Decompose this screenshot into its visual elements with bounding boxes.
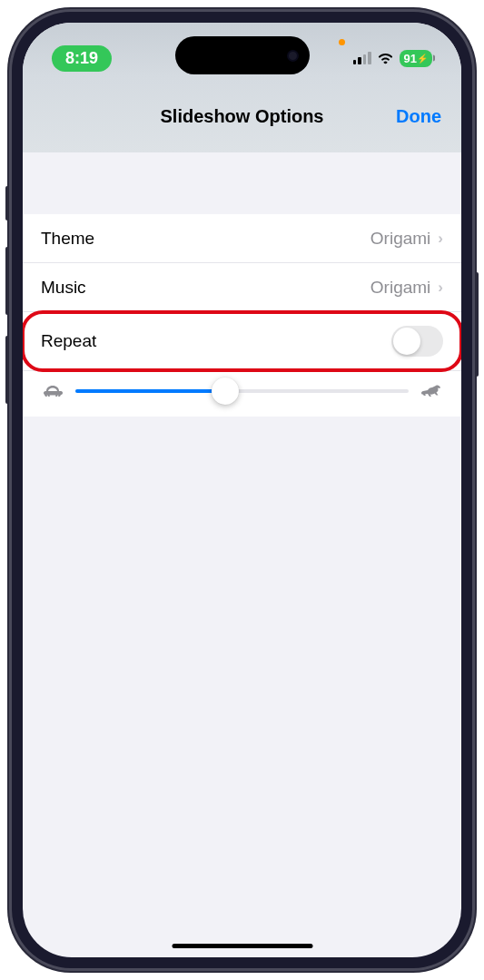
repeat-label: Repeat bbox=[41, 331, 96, 351]
repeat-toggle[interactable] bbox=[391, 326, 443, 357]
toggle-knob bbox=[393, 328, 420, 355]
dynamic-island bbox=[175, 36, 310, 74]
theme-row[interactable]: Theme Origami › bbox=[23, 214, 461, 263]
theme-value-group: Origami › bbox=[370, 229, 443, 249]
chevron-right-icon: › bbox=[438, 279, 443, 297]
done-button[interactable]: Done bbox=[396, 106, 441, 127]
slider-fill bbox=[75, 389, 225, 393]
chevron-right-icon: › bbox=[438, 230, 443, 248]
charging-icon: ⚡ bbox=[417, 54, 428, 64]
iphone-frame: 8:19 91⚡ Slideshow Options Done bbox=[9, 9, 475, 971]
theme-label: Theme bbox=[41, 229, 94, 249]
front-camera bbox=[287, 50, 299, 62]
slider-thumb[interactable] bbox=[212, 377, 239, 405]
settings-list: Theme Origami › Music Origami › Re bbox=[23, 214, 461, 416]
volume-down-button bbox=[5, 336, 9, 404]
mic-indicator bbox=[339, 39, 345, 45]
page-title: Slideshow Options bbox=[160, 106, 323, 127]
status-indicators: 91⚡ bbox=[353, 50, 432, 67]
battery-indicator: 91⚡ bbox=[400, 50, 432, 67]
music-value-group: Origami › bbox=[370, 278, 443, 298]
content-area: Theme Origami › Music Origami › Re bbox=[23, 152, 461, 416]
navigation-header: Slideshow Options Done bbox=[23, 77, 461, 152]
theme-value: Origami bbox=[370, 229, 431, 249]
wifi-icon bbox=[377, 52, 394, 64]
power-button bbox=[475, 272, 479, 377]
music-row[interactable]: Music Origami › bbox=[23, 263, 461, 312]
speed-slider[interactable] bbox=[75, 389, 409, 393]
time-pill[interactable]: 8:19 bbox=[52, 45, 112, 72]
music-label: Music bbox=[41, 278, 86, 298]
battery-percent: 91 bbox=[404, 52, 417, 65]
repeat-row[interactable]: Repeat bbox=[23, 310, 461, 372]
screen: 8:19 91⚡ Slideshow Options Done bbox=[23, 23, 461, 957]
tortoise-icon bbox=[41, 382, 64, 400]
home-indicator[interactable] bbox=[172, 944, 312, 948]
music-value: Origami bbox=[370, 278, 431, 298]
speed-slider-row bbox=[23, 370, 461, 416]
hare-icon bbox=[420, 382, 443, 400]
silence-switch bbox=[5, 186, 9, 220]
volume-up-button bbox=[5, 247, 9, 315]
cellular-signal-icon bbox=[353, 52, 371, 64]
